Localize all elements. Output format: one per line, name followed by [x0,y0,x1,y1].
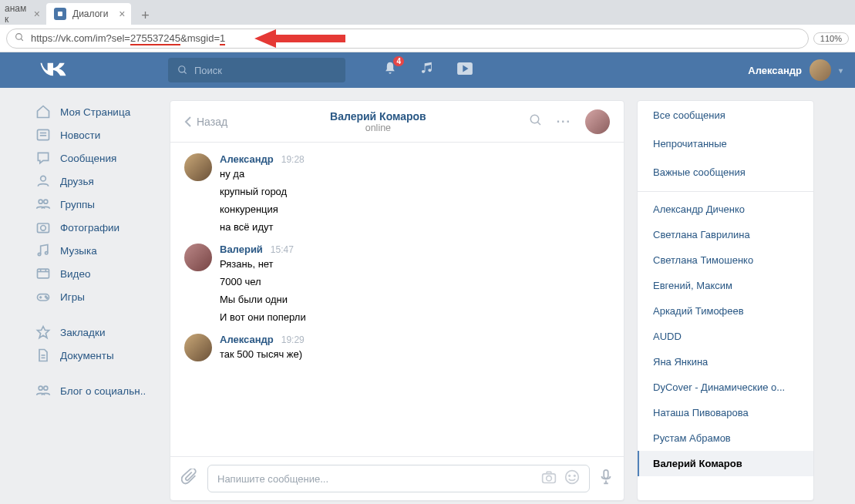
dialog-item[interactable]: Евгений, Максим [638,273,813,298]
user-menu[interactable]: Александр ▾ [748,59,843,81]
more-icon[interactable]: ··· [557,115,571,129]
tab-title: анам к [5,3,26,25]
dialog-item[interactable]: DyCover - Динамические о... [638,375,813,400]
blog-icon [35,383,51,398]
chat-messages[interactable]: Александр19:28ну дакрупный городконкурен… [170,143,624,456]
dialog-item[interactable]: Александр Диченко [638,197,813,222]
svg-rect-40 [604,470,608,479]
filter-item[interactable]: Непрочитанные [638,129,813,158]
svg-line-6 [184,72,187,74]
close-icon[interactable]: × [34,8,40,20]
vk-topbar: 4 Александр ▾ [0,52,855,88]
svg-point-12 [41,176,46,181]
groups-icon [35,197,51,212]
games-icon [35,289,51,304]
search-icon [177,65,188,76]
sidebar-item-home[interactable]: Моя Страница [35,100,170,123]
svg-point-37 [566,471,579,484]
browser-tab-active[interactable]: Диалоги × [46,3,131,25]
microphone-icon[interactable] [599,469,613,489]
new-tab-button[interactable]: + [134,6,156,25]
svg-point-5 [179,66,185,72]
sidebar-item-news[interactable]: Новости [35,123,170,146]
close-icon[interactable]: × [119,8,125,20]
message-input[interactable] [217,473,534,485]
sidebar-item-photos[interactable]: Фотографии [35,216,170,239]
message-author[interactable]: Александр [220,334,274,345]
filter-item[interactable]: Важные сообщения [638,158,813,186]
dialog-item[interactable]: Валерий Комаров [638,451,813,476]
dialogs-panel: Все сообщенияНепрочитанныеВажные сообщен… [637,100,814,501]
sidebar-item-blog[interactable]: Блог о социальн.. [35,379,170,402]
dialog-item[interactable]: Наташа Пивоварова [638,400,813,425]
address-bar: https://vk.com/im?sel=275537245&msgid=1 … [0,25,855,52]
message-author[interactable]: Валерий [220,244,263,255]
message-line: 7000 чел [220,273,610,291]
sidebar-item-friends[interactable]: Друзья [35,170,170,193]
svg-point-27 [46,297,48,299]
dialog-item[interactable]: Аркадий Тимофеев [638,298,813,324]
sidebar-item-label: Блог о социальн.. [60,385,146,397]
notifications-icon[interactable]: 4 [382,61,398,79]
attach-icon[interactable] [181,469,198,489]
dialog-item[interactable]: AUDD [638,324,813,349]
vk-body: Моя СтраницаНовостиСообщенияДрузьяГруппы… [0,88,855,504]
svg-line-3 [21,39,23,41]
chat-title[interactable]: Валерий Комаров [227,110,529,123]
sidebar-item-label: Фотографии [60,222,119,234]
news-icon [35,127,51,143]
main-area: Назад Валерий Комаров online ··· Алексан… [170,88,855,504]
svg-point-31 [39,386,42,390]
message-author[interactable]: Александр [220,153,274,165]
message-time: 15:47 [271,244,294,255]
svg-point-36 [547,475,552,481]
message-input-box[interactable] [207,465,590,492]
browser-tab[interactable]: анам к × [0,3,46,25]
chat-peer-avatar[interactable] [585,109,610,134]
avatar [810,59,831,81]
svg-point-33 [530,115,539,123]
filter-item[interactable]: Все сообщения [638,101,813,129]
message-group: Валерий15:47Рязань, нет7000 челМы были о… [184,244,610,326]
sidebar-item-games[interactable]: Игры [35,285,170,308]
dialog-item[interactable]: Яна Янкина [638,349,813,375]
sidebar-item-groups[interactable]: Группы [35,193,170,216]
dialog-item[interactable]: Светлана Тимошенко [638,247,813,273]
user-name: Александр [748,65,802,76]
svg-point-18 [45,252,48,254]
back-button[interactable]: Назад [184,116,227,128]
sidebar-item-docs[interactable]: Документы [35,344,170,367]
search-input[interactable] [194,65,336,76]
message-avatar[interactable] [184,244,212,271]
sidebar-item-label: Музыка [60,245,97,257]
sidebar-item-video[interactable]: Видео [35,262,170,285]
sidebar-item-music[interactable]: Музыка [35,239,170,262]
music-icon[interactable] [419,61,435,79]
dialog-item[interactable]: Светлана Гаврилина [638,222,813,247]
sidebar-item-bookmarks[interactable]: Закладки [35,321,170,344]
message-avatar[interactable] [184,334,212,361]
message-avatar[interactable] [184,153,212,181]
search-box[interactable] [168,58,345,82]
zoom-indicator[interactable]: 110% [813,32,849,45]
chat-header: Назад Валерий Комаров online ··· [170,101,624,143]
sidebar-item-label: Сообщения [60,153,116,164]
emoji-icon[interactable] [564,469,580,488]
music-icon [35,243,51,258]
svg-point-16 [41,226,46,231]
vk-logo[interactable] [39,61,68,79]
url-input[interactable]: https://vk.com/im?sel=275537245&msgid=1 [6,29,809,49]
message-group: Александр19:29так 500 тысяч же) [184,334,610,363]
chat-status: online [227,123,529,133]
sidebar-item-messages[interactable]: Сообщения [35,146,170,170]
svg-marker-4 [254,29,345,48]
chevron-down-icon: ▾ [839,66,843,75]
message-line: ну да [220,165,610,183]
svg-rect-19 [38,269,49,278]
video-play-icon[interactable] [456,62,473,79]
home-icon [35,104,51,119]
search-icon[interactable] [529,113,543,130]
dialog-item[interactable]: Рустам Абрамов [638,425,813,451]
url-text: https://vk.com/im?sel=275537245&msgid=1 [31,32,225,44]
camera-icon[interactable] [541,470,557,487]
